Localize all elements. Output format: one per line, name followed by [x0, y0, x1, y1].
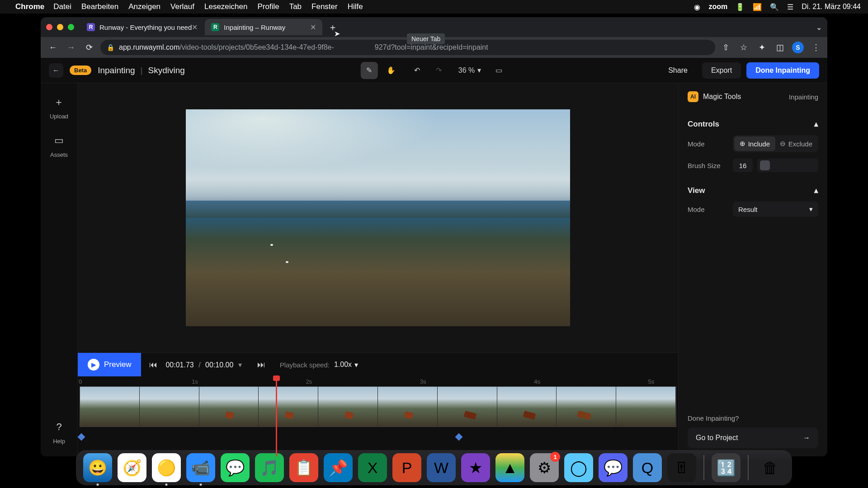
reload-button[interactable]: ⟳	[82, 41, 96, 54]
menu-bearbeiten[interactable]: Bearbeiten	[81, 2, 118, 11]
dock-drive[interactable]: ▲	[495, 453, 524, 482]
dock-app-cyan[interactable]: ◯	[564, 453, 593, 482]
rail-help[interactable]: ? Help	[51, 419, 67, 445]
keyframe-track[interactable]	[78, 430, 678, 446]
battery-icon[interactable]: 🔋	[736, 3, 745, 11]
share-button[interactable]: Share	[659, 62, 697, 79]
close-window-button[interactable]	[46, 24, 52, 30]
skip-start-button[interactable]: ⏮	[146, 357, 161, 372]
dock-todoist[interactable]: 📋	[289, 453, 318, 482]
dock-spotify[interactable]: 🎵	[255, 453, 284, 482]
control-center-icon[interactable]: ☰	[787, 3, 793, 11]
rail-assets[interactable]: ▭ Assets	[50, 132, 68, 158]
playhead[interactable]	[276, 376, 277, 456]
view-mode-select[interactable]: Result ▾	[733, 202, 818, 217]
keyframe-marker[interactable]	[455, 433, 462, 441]
bookmark-icon[interactable]: ☆	[738, 42, 750, 53]
redo-button[interactable]: ↷	[430, 62, 448, 79]
dock-whatsapp[interactable]: 💬	[221, 453, 250, 482]
timeline-ruler[interactable]: 0 1s 2s 3s 4s 5s	[78, 376, 678, 386]
mode-include-option[interactable]: ⊕ Include	[734, 136, 775, 151]
dock-trello[interactable]: 📌	[324, 453, 353, 482]
zoom-status[interactable]: zoom	[708, 3, 727, 11]
controls-section-header[interactable]: Controls ▴	[688, 119, 818, 129]
done-inpainting-button[interactable]: Done Inpainting	[746, 62, 819, 79]
undo-button[interactable]: ↶	[409, 62, 426, 79]
menu-tab[interactable]: Tab	[289, 2, 302, 11]
record-icon[interactable]: ◉	[694, 3, 700, 11]
menu-profile[interactable]: Profile	[257, 2, 279, 11]
timeline-thumb[interactable]	[140, 387, 199, 427]
dock-zoom[interactable]: 📹	[186, 453, 215, 482]
timeline-thumb[interactable]	[557, 387, 616, 427]
timeline-thumbnails[interactable]	[80, 386, 676, 427]
view-section-header[interactable]: View ▴	[688, 186, 818, 195]
dock-excel[interactable]: X	[358, 453, 387, 482]
dock-powerpoint[interactable]: P	[392, 453, 421, 482]
menubar-datetime[interactable]: Di. 21. März 09:44	[802, 3, 861, 11]
app-back-button[interactable]: ←	[49, 63, 63, 78]
timeline-thumb[interactable]	[438, 387, 497, 427]
brush-size-slider[interactable]	[757, 159, 818, 172]
crumb-tool[interactable]: Inpainting	[98, 66, 135, 75]
canvas-viewport[interactable]	[78, 83, 678, 352]
skip-end-button[interactable]: ⏭	[254, 357, 269, 372]
dock-audio-app[interactable]: 🎚	[667, 453, 696, 482]
dock-discord[interactable]: 💬	[599, 453, 627, 482]
wifi-icon[interactable]: 📶	[753, 3, 762, 11]
extensions-icon[interactable]: ✦	[756, 42, 768, 53]
dock-calculator[interactable]: 🔢	[712, 453, 741, 482]
hand-tool-button[interactable]: ✋	[382, 62, 400, 79]
slider-thumb[interactable]	[760, 160, 770, 170]
export-button[interactable]: Export	[702, 62, 741, 79]
dock-trash[interactable]: 🗑	[756, 453, 785, 482]
zoom-control[interactable]: 36 % ▾	[458, 66, 481, 75]
back-button[interactable]: ←	[46, 41, 60, 54]
browser-tab-runway-home[interactable]: R Runway - Everything you need ✕	[80, 19, 204, 35]
keyframe-marker[interactable]	[78, 433, 85, 441]
browser-tab-inpainting[interactable]: R Inpainting – Runway ✕	[205, 19, 322, 35]
sidepanel-icon[interactable]: ◫	[774, 42, 786, 53]
timeline-thumb[interactable]	[497, 387, 557, 427]
dock-imovie[interactable]: ★	[461, 453, 490, 482]
timeline-thumb[interactable]	[80, 387, 140, 427]
crumb-project[interactable]: Skydiving	[148, 66, 185, 75]
dock-safari[interactable]: 🧭	[118, 453, 146, 482]
dock-quicktime[interactable]: Q	[633, 453, 662, 482]
tabs-dropdown-icon[interactable]: ⌄	[816, 23, 822, 32]
menu-lesezeichen[interactable]: Lesezeichen	[204, 2, 247, 11]
preview-button[interactable]: ▶ Preview	[78, 353, 141, 376]
fit-screen-button[interactable]: ▭	[490, 62, 507, 79]
close-tab-icon[interactable]: ✕	[192, 23, 198, 32]
timeline-thumb[interactable]	[199, 387, 259, 427]
timeline-thumb[interactable]	[378, 387, 438, 427]
timeline-thumb[interactable]	[616, 387, 676, 427]
chrome-menu-icon[interactable]: ⋮	[810, 42, 822, 53]
new-tab-button[interactable]: ＋ ➤	[326, 20, 340, 34]
menu-datei[interactable]: Datei	[53, 2, 71, 11]
share-icon[interactable]: ⇧	[720, 42, 731, 53]
mode-exclude-option[interactable]: ⊖ Exclude	[775, 136, 817, 151]
go-to-project-button[interactable]: Go to Project →	[688, 427, 818, 448]
menubar-app-name[interactable]: Chrome	[15, 2, 44, 11]
dock-settings[interactable]: ⚙1	[530, 453, 559, 482]
timeline-thumb[interactable]	[259, 387, 318, 427]
brush-size-value[interactable]: 16	[733, 159, 753, 172]
timeline-thumb[interactable]	[318, 387, 378, 427]
dock-finder[interactable]: 😀	[83, 453, 112, 482]
forward-button[interactable]: →	[64, 41, 78, 54]
chevron-down-icon[interactable]: ▾	[238, 361, 242, 369]
menu-anzeigen[interactable]: Anzeigen	[128, 2, 160, 11]
minimize-window-button[interactable]	[57, 24, 63, 30]
rail-upload[interactable]: ＋ Upload	[50, 94, 68, 120]
menu-verlauf[interactable]: Verlauf	[170, 2, 194, 11]
close-tab-icon[interactable]: ✕	[310, 23, 316, 32]
dock-chrome[interactable]: 🟡	[152, 453, 181, 482]
dock-word[interactable]: W	[427, 453, 456, 482]
video-frame[interactable]	[186, 109, 570, 326]
speed-selector[interactable]: 1.00x ▾	[334, 361, 358, 369]
brush-tool-button[interactable]: ✎	[361, 62, 378, 79]
menu-fenster[interactable]: Fenster	[311, 2, 338, 11]
spotlight-icon[interactable]: 🔍	[770, 3, 779, 11]
profile-avatar[interactable]: S	[792, 42, 804, 53]
